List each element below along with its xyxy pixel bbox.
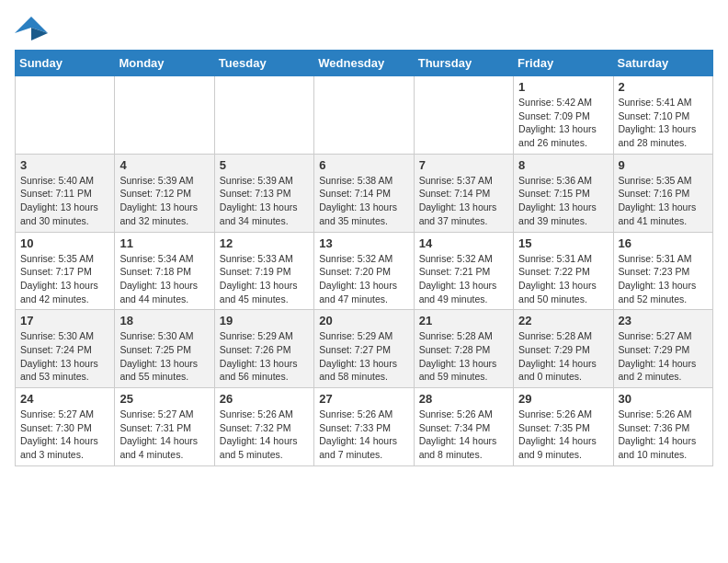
- day-info: Sunrise: 5:39 AMSunset: 7:13 PMDaylight:…: [220, 174, 309, 228]
- calendar-cell: 25Sunrise: 5:27 AMSunset: 7:31 PMDayligh…: [115, 388, 214, 466]
- day-info: Sunrise: 5:26 AMSunset: 7:32 PMDaylight:…: [220, 408, 309, 462]
- calendar-cell: 24Sunrise: 5:27 AMSunset: 7:30 PMDayligh…: [16, 388, 115, 466]
- calendar-cell: 8Sunrise: 5:36 AMSunset: 7:15 PMDaylight…: [514, 154, 613, 232]
- calendar-cell: 15Sunrise: 5:31 AMSunset: 7:22 PMDayligh…: [514, 232, 613, 310]
- day-info: Sunrise: 5:32 AMSunset: 7:21 PMDaylight:…: [419, 252, 508, 306]
- calendar-cell: 18Sunrise: 5:30 AMSunset: 7:25 PMDayligh…: [115, 310, 214, 388]
- day-number: 7: [419, 158, 508, 172]
- weekday-header-saturday: Saturday: [613, 51, 712, 76]
- day-number: 10: [20, 236, 109, 250]
- calendar-cell: 5Sunrise: 5:39 AMSunset: 7:13 PMDaylight…: [214, 154, 313, 232]
- calendar-cell: 17Sunrise: 5:30 AMSunset: 7:24 PMDayligh…: [16, 310, 115, 388]
- calendar-week-1: 1Sunrise: 5:42 AMSunset: 7:09 PMDaylight…: [16, 76, 713, 155]
- calendar-cell: 2Sunrise: 5:41 AMSunset: 7:10 PMDaylight…: [613, 76, 712, 155]
- day-number: 23: [619, 314, 708, 327]
- calendar-cell: 30Sunrise: 5:26 AMSunset: 7:36 PMDayligh…: [613, 388, 712, 466]
- day-number: 2: [619, 80, 708, 94]
- calendar-cell: [414, 76, 513, 155]
- day-info: Sunrise: 5:27 AMSunset: 7:31 PMDaylight:…: [119, 408, 209, 462]
- day-number: 30: [619, 392, 708, 406]
- day-number: 9: [619, 158, 708, 172]
- calendar-cell: 13Sunrise: 5:32 AMSunset: 7:20 PMDayligh…: [314, 232, 414, 310]
- day-number: 5: [220, 158, 309, 172]
- day-number: 12: [220, 236, 309, 250]
- calendar-cell: 6Sunrise: 5:38 AMSunset: 7:14 PMDaylight…: [314, 154, 414, 232]
- day-info: Sunrise: 5:34 AMSunset: 7:18 PMDaylight:…: [119, 252, 209, 306]
- day-info: Sunrise: 5:29 AMSunset: 7:26 PMDaylight:…: [220, 329, 309, 384]
- calendar-cell: 23Sunrise: 5:27 AMSunset: 7:29 PMDayligh…: [613, 310, 712, 388]
- weekday-header-row: SundayMondayTuesdayWednesdayThursdayFrid…: [16, 51, 713, 76]
- day-info: Sunrise: 5:27 AMSunset: 7:29 PMDaylight:…: [619, 329, 708, 384]
- weekday-header-monday: Monday: [115, 51, 214, 76]
- day-number: 13: [319, 236, 408, 250]
- calendar-cell: 10Sunrise: 5:35 AMSunset: 7:17 PMDayligh…: [16, 232, 115, 310]
- weekday-header-friday: Friday: [514, 51, 613, 76]
- calendar-cell: 21Sunrise: 5:28 AMSunset: 7:28 PMDayligh…: [414, 310, 513, 388]
- page-header: [15, 15, 713, 42]
- day-info: Sunrise: 5:38 AMSunset: 7:14 PMDaylight:…: [319, 174, 408, 228]
- day-info: Sunrise: 5:26 AMSunset: 7:34 PMDaylight:…: [419, 408, 508, 462]
- day-info: Sunrise: 5:28 AMSunset: 7:29 PMDaylight:…: [518, 329, 608, 384]
- day-number: 21: [419, 314, 508, 327]
- day-number: 6: [319, 158, 408, 172]
- calendar-cell: 20Sunrise: 5:29 AMSunset: 7:27 PMDayligh…: [314, 310, 414, 388]
- day-number: 26: [220, 392, 309, 406]
- calendar-cell: 1Sunrise: 5:42 AMSunset: 7:09 PMDaylight…: [514, 76, 613, 155]
- day-info: Sunrise: 5:29 AMSunset: 7:27 PMDaylight:…: [319, 329, 408, 384]
- day-info: Sunrise: 5:35 AMSunset: 7:17 PMDaylight:…: [20, 252, 109, 306]
- calendar-cell: 9Sunrise: 5:35 AMSunset: 7:16 PMDaylight…: [613, 154, 712, 232]
- day-number: 29: [518, 392, 608, 406]
- day-info: Sunrise: 5:26 AMSunset: 7:35 PMDaylight:…: [518, 408, 608, 462]
- day-info: Sunrise: 5:35 AMSunset: 7:16 PMDaylight:…: [619, 174, 708, 228]
- weekday-header-sunday: Sunday: [16, 51, 115, 76]
- day-number: 15: [518, 236, 608, 250]
- calendar-week-5: 24Sunrise: 5:27 AMSunset: 7:30 PMDayligh…: [16, 388, 713, 466]
- day-number: 8: [518, 158, 608, 172]
- day-number: 4: [119, 158, 209, 172]
- calendar-cell: 11Sunrise: 5:34 AMSunset: 7:18 PMDayligh…: [115, 232, 214, 310]
- day-number: 28: [419, 392, 508, 406]
- day-info: Sunrise: 5:33 AMSunset: 7:19 PMDaylight:…: [220, 252, 309, 306]
- day-info: Sunrise: 5:31 AMSunset: 7:23 PMDaylight:…: [619, 252, 708, 306]
- calendar-week-4: 17Sunrise: 5:30 AMSunset: 7:24 PMDayligh…: [16, 310, 713, 388]
- calendar-cell: 16Sunrise: 5:31 AMSunset: 7:23 PMDayligh…: [613, 232, 712, 310]
- day-number: 25: [119, 392, 209, 406]
- calendar-cell: 28Sunrise: 5:26 AMSunset: 7:34 PMDayligh…: [414, 388, 513, 466]
- day-info: Sunrise: 5:36 AMSunset: 7:15 PMDaylight:…: [518, 174, 608, 228]
- day-number: 14: [419, 236, 508, 250]
- calendar-cell: [214, 76, 313, 155]
- weekday-header-wednesday: Wednesday: [314, 51, 414, 76]
- calendar-table: SundayMondayTuesdayWednesdayThursdayFrid…: [15, 50, 713, 466]
- day-number: 27: [319, 392, 408, 406]
- logo-icon: [15, 15, 48, 42]
- day-info: Sunrise: 5:39 AMSunset: 7:12 PMDaylight:…: [119, 174, 209, 228]
- day-number: 19: [220, 314, 309, 327]
- day-info: Sunrise: 5:30 AMSunset: 7:24 PMDaylight:…: [20, 329, 109, 384]
- calendar-week-3: 10Sunrise: 5:35 AMSunset: 7:17 PMDayligh…: [16, 232, 713, 310]
- calendar-cell: 14Sunrise: 5:32 AMSunset: 7:21 PMDayligh…: [414, 232, 513, 310]
- calendar-cell: 19Sunrise: 5:29 AMSunset: 7:26 PMDayligh…: [214, 310, 313, 388]
- logo: [15, 15, 51, 42]
- calendar-cell: 29Sunrise: 5:26 AMSunset: 7:35 PMDayligh…: [514, 388, 613, 466]
- weekday-header-tuesday: Tuesday: [214, 51, 313, 76]
- day-number: 22: [518, 314, 608, 327]
- calendar-cell: 12Sunrise: 5:33 AMSunset: 7:19 PMDayligh…: [214, 232, 313, 310]
- day-number: 11: [119, 236, 209, 250]
- day-info: Sunrise: 5:31 AMSunset: 7:22 PMDaylight:…: [518, 252, 608, 306]
- day-info: Sunrise: 5:27 AMSunset: 7:30 PMDaylight:…: [20, 408, 109, 462]
- day-number: 24: [20, 392, 109, 406]
- calendar-week-2: 3Sunrise: 5:40 AMSunset: 7:11 PMDaylight…: [16, 154, 713, 232]
- day-info: Sunrise: 5:37 AMSunset: 7:14 PMDaylight:…: [419, 174, 508, 228]
- day-number: 17: [20, 314, 109, 327]
- calendar-cell: 26Sunrise: 5:26 AMSunset: 7:32 PMDayligh…: [214, 388, 313, 466]
- day-number: 3: [20, 158, 109, 172]
- calendar-cell: [115, 76, 214, 155]
- calendar-cell: 27Sunrise: 5:26 AMSunset: 7:33 PMDayligh…: [314, 388, 414, 466]
- calendar-cell: 22Sunrise: 5:28 AMSunset: 7:29 PMDayligh…: [514, 310, 613, 388]
- day-info: Sunrise: 5:41 AMSunset: 7:10 PMDaylight:…: [619, 96, 708, 150]
- calendar-cell: [16, 76, 115, 155]
- day-info: Sunrise: 5:26 AMSunset: 7:33 PMDaylight:…: [319, 408, 408, 462]
- weekday-header-thursday: Thursday: [414, 51, 513, 76]
- day-info: Sunrise: 5:32 AMSunset: 7:20 PMDaylight:…: [319, 252, 408, 306]
- calendar-cell: [314, 76, 414, 155]
